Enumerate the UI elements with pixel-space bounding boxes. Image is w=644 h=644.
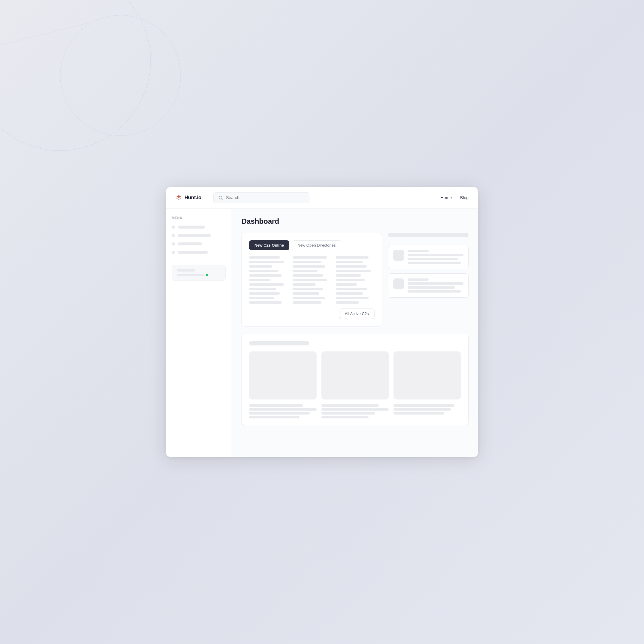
text-lines-group <box>249 404 461 418</box>
header-nav: Home Blog <box>441 195 469 200</box>
layout: Menu <box>166 209 478 457</box>
tab-new-c2s-online[interactable]: New C2s Online <box>249 240 289 250</box>
sk <box>321 404 379 407</box>
user-card-detail <box>177 274 204 276</box>
app-window: Hunt.io Home Blog Menu <box>166 187 478 457</box>
sidebar-user-card <box>172 265 226 281</box>
text-col-3 <box>393 404 461 418</box>
page-title: Dashboard <box>241 217 469 226</box>
svg-line-2 <box>0 30 90 45</box>
small-card-body-1 <box>408 250 463 264</box>
right-cards <box>388 233 469 327</box>
svg-line-1 <box>15 15 90 45</box>
table-col-1 <box>249 256 288 304</box>
cards-row: New C2s Online New Open Directories <box>241 233 469 327</box>
nav-home[interactable]: Home <box>441 195 452 200</box>
sidebar-dot <box>172 242 175 245</box>
image-card-3 <box>393 351 461 399</box>
tab-new-open-directories[interactable]: New Open Directories <box>292 240 341 250</box>
svg-line-0 <box>0 0 90 45</box>
sk <box>249 404 303 407</box>
small-card-icon-1 <box>393 250 404 261</box>
sidebar-items <box>172 224 226 255</box>
sidebar-item-label <box>178 234 211 237</box>
search-bar <box>213 192 309 203</box>
search-icon <box>218 196 223 200</box>
sk <box>408 258 458 260</box>
logo[interactable]: Hunt.io <box>175 194 201 201</box>
sidebar-item[interactable] <box>172 250 226 255</box>
image-card-2 <box>321 351 389 399</box>
header: Hunt.io Home Blog <box>166 187 478 209</box>
section-title-skeleton <box>249 341 309 345</box>
sidebar-item-label <box>178 226 205 229</box>
sk <box>249 408 317 411</box>
sk <box>393 412 444 415</box>
table-col-2 <box>293 256 331 304</box>
sidebar-dot <box>172 234 175 237</box>
sidebar-item[interactable] <box>172 233 226 238</box>
hunt-io-icon <box>175 194 182 201</box>
logo-text: Hunt.io <box>184 195 201 201</box>
right-top-skeleton <box>388 233 469 237</box>
sk <box>408 262 461 264</box>
sk <box>249 412 310 415</box>
sidebar: Menu <box>166 209 232 457</box>
small-card-2 <box>388 273 469 298</box>
image-card-1 <box>249 351 317 399</box>
user-card-name <box>177 269 195 272</box>
sk <box>321 412 375 415</box>
main-content: Dashboard New C2s Online New Open Direct… <box>232 209 478 457</box>
table-col-3 <box>336 256 375 304</box>
sk <box>393 408 451 411</box>
all-active-c2s-button[interactable]: All Active C2s <box>339 308 374 319</box>
image-cards-row <box>249 351 461 399</box>
small-card-body-2 <box>408 278 463 293</box>
sidebar-dot <box>172 251 175 254</box>
text-col-1 <box>249 404 317 418</box>
sk <box>393 404 454 407</box>
all-active-row: All Active C2s <box>249 308 375 319</box>
sidebar-item-label <box>178 242 202 245</box>
sk <box>408 254 463 256</box>
c2s-card: New C2s Online New Open Directories <box>241 233 382 327</box>
sk <box>408 282 463 285</box>
sk <box>249 416 299 418</box>
nav-blog[interactable]: Blog <box>460 195 469 200</box>
small-card-1 <box>388 245 469 269</box>
small-card-icon-2 <box>393 278 404 289</box>
sidebar-item-label <box>178 251 208 254</box>
search-input[interactable] <box>226 195 304 200</box>
sk <box>321 408 389 411</box>
bottom-section <box>241 334 469 426</box>
menu-label: Menu <box>172 216 226 220</box>
c2s-table <box>249 256 375 304</box>
sidebar-dot <box>172 226 175 229</box>
sk <box>408 278 429 281</box>
sk <box>408 250 429 252</box>
sk <box>408 286 455 289</box>
tabs-row: New C2s Online New Open Directories <box>249 240 375 250</box>
user-status-dot <box>206 274 208 276</box>
user-card-status-row <box>177 274 220 276</box>
sidebar-item[interactable] <box>172 241 226 247</box>
sidebar-item[interactable] <box>172 224 226 230</box>
svg-line-6 <box>222 199 223 199</box>
sk <box>408 290 461 293</box>
text-col-2 <box>321 404 389 418</box>
sk <box>321 416 369 418</box>
